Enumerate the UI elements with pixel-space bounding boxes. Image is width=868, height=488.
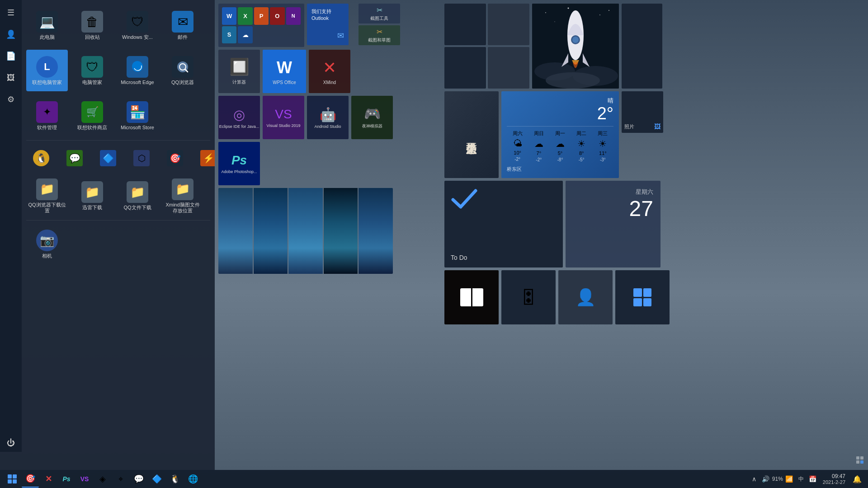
tray-chevron[interactable]: ∧	[749, 470, 760, 488]
weather-top: 晴 2°	[507, 97, 613, 122]
row3-right: To Do 星期六 27	[444, 181, 864, 267]
tray-ime[interactable]: 中	[796, 470, 807, 488]
app-label-recycle-bin: 回收站	[85, 34, 100, 40]
taskbar-feishu[interactable]: 🔷	[148, 470, 165, 488]
notification-button[interactable]: 🔔	[850, 470, 864, 488]
sun-name: 周日	[534, 130, 544, 137]
app-recycle-bin[interactable]: 🗑 回收站	[71, 5, 113, 46]
app-colorful[interactable]: 🎯	[160, 143, 190, 173]
app-xmind-files[interactable]: 📁 Xmind脑图文件存放位置	[162, 175, 203, 216]
app-label-qq-browser: QQ浏览器	[171, 80, 194, 85]
taskbar-app-6[interactable]: ⌖	[112, 470, 129, 488]
taskbar-vs[interactable]: VS	[76, 470, 93, 488]
app-software-manager[interactable]: ✦ 软件管理	[26, 95, 68, 136]
tile-tl[interactable]	[444, 4, 486, 45]
tray-battery[interactable]: 91%	[772, 470, 783, 488]
excel-icon: X	[238, 7, 252, 25]
photo-1	[218, 188, 253, 274]
app-lenovo-store[interactable]: 🛒 联想软件商店	[71, 95, 113, 136]
wed-name: 周三	[598, 130, 608, 137]
wps-tile[interactable]: W WPS Office	[263, 50, 306, 93]
app-this-pc[interactable]: 💻 此电脑	[26, 5, 68, 46]
taskbar-app-2[interactable]: ✕	[40, 470, 57, 488]
photoshop-tile[interactable]: Ps Adobe Photoshop...	[218, 142, 260, 185]
taskbar-right: ∧ 🔊 91% 📶 中 📅 09:47 2021-2-27 🔔	[749, 470, 864, 488]
hamburger-icon[interactable]: ☰	[2, 4, 20, 22]
app-blue-1[interactable]: ⬡	[127, 143, 156, 173]
app-edge[interactable]: Microsoft Edge	[117, 50, 158, 91]
chinese-poem-tile[interactable]: 繁荣昌盛生生不息	[444, 91, 499, 178]
app-qq-download[interactable]: 📁 QQ浏览器下载位置	[26, 175, 68, 216]
tile-bl[interactable]	[444, 47, 486, 89]
snip-sketch-tool[interactable]: ✂ 截图和草图	[359, 25, 400, 45]
snip-sketch-icon: ✂	[377, 28, 382, 36]
office-icon: O	[270, 7, 284, 25]
app-label-software-manager: 软件管理	[37, 125, 57, 131]
photos-icon[interactable]: 🖼	[2, 69, 20, 87]
app-ms-store[interactable]: 🏪 Microsoft Store	[117, 95, 158, 136]
bottom-tile-2[interactable]: 🎛	[501, 270, 556, 324]
row1-tiles: W X P O N S ☁ 我们支持Outlook ✉ ✂ 截图工具 ✂ 截图和…	[218, 4, 437, 47]
svg-rect-18	[860, 460, 863, 464]
taskbar-app-1[interactable]: 🎯	[22, 470, 39, 488]
taskbar-qq[interactable]: 🐧	[166, 470, 184, 488]
lenovo-store-icon: 🛒	[81, 101, 103, 123]
taskbar-photoshop[interactable]: Ps	[58, 470, 75, 488]
vs2019-tile[interactable]: VS Visual Studio 2019	[263, 96, 304, 139]
app-windows-security[interactable]: 🛡 Windows 安...	[117, 5, 158, 46]
bottom-tile-4[interactable]	[615, 270, 670, 324]
tray-calendar-icon[interactable]: 📅	[807, 470, 818, 488]
app-orange[interactable]: ⚡	[193, 143, 215, 173]
xmind-tile[interactable]: ✕ XMind	[309, 50, 350, 93]
start-button[interactable]	[4, 470, 21, 488]
app-feishu[interactable]: 🔷	[93, 143, 123, 173]
app-label-ms-store: Microsoft Store	[121, 125, 154, 131]
clock[interactable]: 09:47 2021-2-27	[820, 472, 848, 486]
taskbar-edge[interactable]: 🌐	[184, 470, 202, 488]
app-lenovo-manager[interactable]: L 联想电脑管家	[26, 50, 68, 91]
tile-br[interactable]	[488, 47, 529, 89]
rocket-tile[interactable]	[532, 4, 619, 89]
app-qq[interactable]: 🐧	[26, 143, 56, 173]
user-icon[interactable]: 👤	[2, 25, 20, 43]
app-label-qq-download: QQ浏览器下载位置	[28, 202, 66, 214]
office-apps-tile[interactable]: W X P O N S ☁	[218, 4, 304, 47]
photos-small-tile[interactable]: 照片 🖼	[622, 91, 663, 133]
vs-label: Visual Studio 2019	[267, 123, 301, 128]
todo-tile[interactable]: To Do	[444, 181, 563, 267]
photos-tile[interactable]	[218, 188, 393, 274]
calendar-tile[interactable]: 星期六 27	[566, 181, 660, 267]
outlook-tile[interactable]: 我们支持Outlook ✉	[307, 4, 349, 45]
documents-icon[interactable]: 📄	[2, 47, 20, 65]
app-qq-files[interactable]: 📁 QQ文件下载	[117, 175, 158, 216]
svg-point-5	[568, 8, 569, 9]
photoshop-icon: Ps	[231, 153, 247, 168]
android-studio-tile[interactable]: 🤖 Android Studio	[307, 96, 349, 139]
vs-icon: VS	[275, 107, 292, 122]
weather-tile[interactable]: 晴 2° 周六 🌤 10° -2° 周日 ☁ 7° -2° 周	[501, 91, 619, 178]
tile-tr[interactable]	[488, 4, 529, 45]
tray-network[interactable]: 📶	[784, 470, 795, 488]
app-pc-manager[interactable]: 🛡 电脑管家	[71, 50, 113, 91]
calculator-tile[interactable]: 🔲 计算器	[218, 50, 260, 93]
bottom-tile-1[interactable]	[444, 270, 499, 324]
tray-sound[interactable]: 🔊	[760, 470, 771, 488]
app-qq-browser[interactable]: QQ浏览器	[162, 50, 203, 91]
snipping-tool[interactable]: ✂ 截图工具	[359, 4, 400, 23]
small-grid-tiles	[444, 4, 529, 89]
settings-icon[interactable]: ⚙	[2, 90, 20, 108]
app-wechat-start[interactable]: 💬	[60, 143, 90, 173]
svg-rect-17	[856, 460, 859, 464]
app-label-xmind-files: Xmind脑图文件存放位置	[164, 202, 202, 214]
nox-tile[interactable]: 🎮 夜神模拟器	[351, 96, 393, 139]
app-camera[interactable]: 📷 相机	[26, 223, 68, 265]
bottom-tile-3[interactable]: 👤	[558, 270, 613, 324]
taskbar-app-5[interactable]: ◈	[94, 470, 111, 488]
app-mail[interactable]: ✉ 邮件	[162, 5, 203, 46]
photoshop-label: Adobe Photoshop...	[221, 169, 257, 174]
app-xunlei-download[interactable]: 📁 迅雷下载	[71, 175, 113, 216]
power-icon[interactable]: ⏻	[2, 434, 20, 452]
taskbar-wechat[interactable]: 💬	[130, 470, 147, 488]
edge-icon	[127, 56, 148, 78]
eclipse-tile[interactable]: ◎ Eclipse IDE for Java...	[218, 96, 260, 139]
